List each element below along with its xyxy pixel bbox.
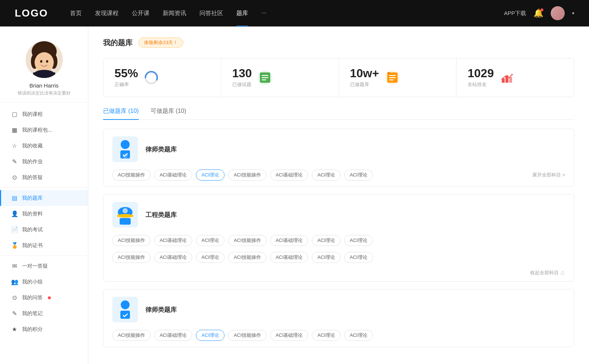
nav-qbank[interactable]: 题库: [236, 10, 248, 17]
tab-available-banks[interactable]: 可做题库 (10): [151, 107, 186, 119]
tab-done-banks[interactable]: 已做题库 (10): [103, 107, 139, 119]
qbank-section-lawyer-1: 律师类题库 ACI技能操作 ACI基础理论 ACI理论 ACI技能操作 ACI基…: [103, 129, 574, 187]
svg-point-5: [40, 60, 42, 63]
page-header: 我的题库 体验剩余23天！: [103, 38, 574, 48]
tag-eng-r2-2[interactable]: ACI基础理论: [154, 252, 193, 263]
nav-opencourse[interactable]: 公开课: [132, 10, 149, 17]
sidebar-item-notes[interactable]: ✎ 我的笔记: [0, 306, 88, 321]
svg-rect-17: [389, 77, 396, 78]
stat-done-value: 130: [232, 67, 252, 79]
tag-eng-2[interactable]: ACI基础理论: [154, 235, 193, 246]
stat-accuracy-label: 正确率: [114, 81, 138, 88]
group-icon: 👥: [11, 278, 18, 285]
nav-home[interactable]: 首页: [70, 10, 82, 17]
sidebar-item-profile[interactable]: 👤 我的资料: [0, 206, 88, 222]
svg-rect-36: [120, 311, 130, 319]
stat-done-text: 130 已做试题: [232, 67, 252, 88]
sidebar-menu: ▢ 我的课程 ▦ 我的课程包... ☆ 我的收藏 ✎ 我的作业 ⊙ 我的答疑 ▤: [0, 103, 88, 341]
sidebar-label-course: 我的课程: [22, 111, 43, 118]
avatar-svg: [26, 41, 63, 78]
expand-lawyer1[interactable]: 展开全部科目 >: [532, 172, 565, 178]
stat-banks-text: 10w+ 已做题库: [350, 67, 379, 88]
app-download-button[interactable]: APP下载: [504, 10, 526, 17]
tag-eng-3[interactable]: ACI理论: [196, 235, 225, 246]
tag-eng-7[interactable]: ACI理论: [344, 235, 373, 246]
svg-rect-34: [120, 218, 131, 225]
sidebar-divider-1: [0, 188, 88, 188]
qbank-tags-row-lawyer-2: ACI技能操作 ACI基础理论 ACI理论 ACI技能操作 ACI基础理论 AC…: [103, 330, 574, 347]
svg-point-33: [123, 208, 128, 213]
svg-point-6: [46, 60, 48, 63]
sidebar-item-points[interactable]: ★ 我的积分: [0, 321, 88, 337]
tag-lawyer1-6[interactable]: ACI理论: [312, 169, 341, 181]
tag-eng-1[interactable]: ACI技能操作: [112, 235, 151, 246]
tag-eng-r2-1[interactable]: ACI技能操作: [112, 252, 151, 263]
tag-lawyer2-5[interactable]: ACI基础理论: [270, 330, 308, 341]
sidebar-item-exam[interactable]: 📄 我的考试: [0, 222, 88, 238]
sidebar-item-qa[interactable]: ⊙ 我的答疑: [0, 169, 88, 185]
tag-eng-r2-7[interactable]: ACI理论: [344, 252, 373, 263]
sidebar-item-course[interactable]: ▢ 我的课程: [0, 106, 88, 122]
qa-icon: ⊙: [11, 174, 18, 181]
tag-lawyer1-5[interactable]: ACI基础理论: [270, 169, 308, 181]
sidebar-item-certificate[interactable]: 🏅 我的证书: [0, 238, 88, 253]
nav-qa[interactable]: 问答社区: [200, 10, 223, 17]
svg-rect-13: [262, 77, 268, 78]
done-banks-icon: [385, 70, 400, 85]
stat-ranking-value: 1029: [468, 67, 494, 79]
notes-icon: ✎: [11, 310, 18, 317]
sidebar-item-one-on-one[interactable]: ✉ 一对一答疑: [0, 258, 88, 274]
sidebar-avatar: [26, 41, 63, 78]
notification-dot: [540, 8, 543, 11]
tabs-row: 已做题库 (10) 可做题库 (10): [103, 107, 574, 120]
sidebar-divider-2: [0, 256, 88, 256]
svg-rect-12: [262, 75, 268, 76]
collapse-engineer[interactable]: 收起全部科目 △: [103, 268, 574, 281]
sidebar-item-my-qa[interactable]: ⊙ 我的问答: [0, 290, 88, 306]
tag-lawyer2-3[interactable]: ACI理论: [196, 330, 225, 341]
notification-bell[interactable]: 🔔: [533, 8, 543, 18]
sidebar-item-favorites[interactable]: ☆ 我的收藏: [0, 138, 88, 154]
tag-lawyer1-4[interactable]: ACI技能操作: [228, 169, 267, 181]
qbank-icon-lawyer-2: [112, 297, 138, 322]
tag-lawyer1-3[interactable]: ACI理论: [196, 169, 225, 181]
avatar[interactable]: [551, 6, 565, 20]
stat-banks-label: 已做题库: [350, 81, 379, 88]
tag-lawyer2-6[interactable]: ACI理论: [312, 330, 341, 341]
tag-lawyer1-2[interactable]: ACI基础理论: [154, 169, 193, 181]
avatar-dropdown-arrow[interactable]: ▾: [572, 11, 574, 16]
qbank-tags-row-engineer-1: ACI技能操作 ACI基础理论 ACI理论 ACI技能操作 ACI基础理论 AC…: [103, 235, 574, 252]
svg-rect-32: [117, 215, 133, 217]
sidebar-label-qbank: 我的题库: [22, 195, 43, 201]
sidebar-item-course-package[interactable]: ▦ 我的课程包...: [0, 122, 88, 138]
one-on-one-icon: ✉: [11, 263, 18, 270]
sidebar-label-homework: 我的作业: [22, 158, 43, 165]
nav-news[interactable]: 新闻资讯: [163, 10, 186, 17]
tag-eng-5[interactable]: ACI基础理论: [270, 235, 308, 246]
sidebar-item-group[interactable]: 👥 我的小组: [0, 274, 88, 290]
nav-discover[interactable]: 发现课程: [95, 10, 119, 17]
nav-more[interactable]: ···: [261, 10, 266, 17]
sidebar-motto: 错误的决定比没有决定要好: [7, 90, 81, 96]
tag-lawyer2-1[interactable]: ACI技能操作: [112, 330, 151, 341]
tag-eng-4[interactable]: ACI技能操作: [228, 235, 267, 246]
tag-lawyer1-7[interactable]: ACI理论: [344, 169, 373, 181]
qbank-title-lawyer-1: 律师类题库: [145, 145, 177, 154]
stat-done-label: 已做试题: [232, 81, 252, 88]
stat-ranking-label: 全站排名: [468, 81, 494, 88]
points-icon: ★: [11, 326, 18, 333]
tag-eng-r2-3[interactable]: ACI理论: [196, 252, 225, 263]
tag-lawyer2-7[interactable]: ACI理论: [344, 330, 373, 341]
tag-lawyer2-2[interactable]: ACI基础理论: [154, 330, 193, 341]
tag-eng-r2-5[interactable]: ACI基础理论: [270, 252, 308, 263]
sidebar-username: Brian Harris: [7, 82, 81, 89]
tag-eng-r2-4[interactable]: ACI技能操作: [228, 252, 267, 263]
tag-lawyer2-4[interactable]: ACI技能操作: [228, 330, 267, 341]
tag-eng-r2-6[interactable]: ACI理论: [312, 252, 341, 263]
sidebar-item-homework[interactable]: ✎ 我的作业: [0, 154, 88, 169]
tag-eng-6[interactable]: ACI理论: [312, 235, 341, 246]
tag-lawyer1-1[interactable]: ACI技能操作: [112, 169, 151, 181]
svg-point-23: [511, 74, 513, 75]
qbank-header-lawyer-1: 律师类题库: [103, 129, 574, 169]
sidebar-item-qbank[interactable]: ▤ 我的题库: [0, 190, 88, 206]
